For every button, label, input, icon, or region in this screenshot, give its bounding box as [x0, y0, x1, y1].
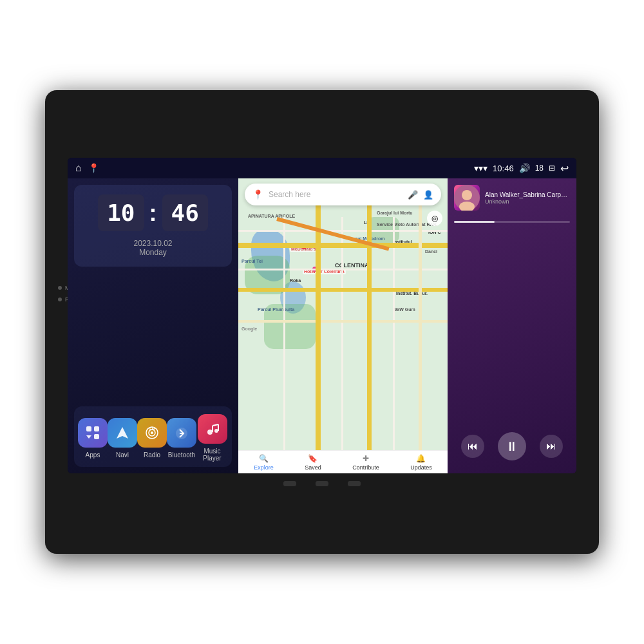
app-item-navi[interactable]: Navi: [108, 418, 137, 459]
apps-label: Apps: [86, 451, 100, 459]
svg-rect-3: [94, 434, 99, 439]
play-pause-button[interactable]: ⏸: [498, 432, 526, 460]
label-google: Google: [242, 327, 257, 331]
music-info: Alan Walker_Sabrina Carpenter_F... Unkno…: [485, 191, 570, 205]
svg-line-13: [213, 424, 218, 426]
back-icon[interactable]: ↩: [560, 162, 569, 175]
main-screen: ⌂ 📍 ▾▾▾ 10:46 🔊 18 ⊟ ↩ 10 :: [68, 158, 576, 473]
label-parcul-tei: Parcul Tei: [242, 259, 263, 263]
svg-point-7: [151, 431, 153, 434]
road-main-v1: [316, 204, 321, 450]
svg-rect-1: [94, 426, 99, 431]
saved-icon: 🔖: [308, 454, 317, 463]
explore-icon: 🔍: [259, 454, 269, 463]
bottom-btn-1[interactable]: [283, 481, 296, 486]
next-icon: ⏭: [546, 440, 556, 452]
voice-search-icon[interactable]: 🎤: [408, 190, 418, 200]
status-left: ⌂ 📍: [75, 162, 99, 174]
volume-icon: 🔊: [519, 163, 530, 173]
search-placeholder: Search here: [269, 190, 408, 199]
explore-label: Explore: [254, 464, 274, 471]
prev-button[interactable]: ⏮: [461, 435, 484, 458]
battery-icon: ⊟: [549, 164, 555, 173]
music-panel: Alan Walker_Sabrina Carpenter_F... Unkno…: [448, 178, 576, 473]
label-waw: WaW Gum: [393, 307, 415, 312]
main-content: 10 : 46 2023.10.02 Monday: [68, 178, 576, 473]
mic-led: [58, 286, 62, 290]
bottom-btn-2[interactable]: [316, 481, 328, 486]
svg-text:FM: FM: [149, 427, 155, 431]
music-icon: [198, 414, 227, 444]
maps-nav-icon[interactable]: 📍: [88, 163, 99, 173]
play-icon: ⏸: [506, 439, 518, 454]
music-label: Music Player: [196, 448, 228, 462]
clock-widget: 10 : 46 2023.10.02 Monday: [74, 185, 232, 267]
map-saved-tab[interactable]: 🔖 Saved: [305, 454, 321, 471]
label-parcul-plumbuita: Parcul Plumbuita: [258, 307, 294, 312]
battery-level: 18: [535, 164, 544, 173]
map-canvas: APINATURA APICOLE COLENTINA McDonald's H…: [238, 178, 448, 473]
svg-rect-0: [86, 426, 91, 431]
status-right: ▾▾▾ 10:46 🔊 18 ⊟ ↩: [474, 162, 569, 175]
progress-track: [454, 221, 570, 223]
music-header: Alan Walker_Sabrina Carpenter_F... Unkno…: [454, 185, 570, 211]
road-v3: [419, 204, 422, 450]
label-garajul: Garajul lui Mortu: [377, 211, 413, 215]
road-main-h1: [238, 243, 448, 248]
map-explore-tab[interactable]: 🔍 Explore: [254, 454, 274, 471]
clock-colon: :: [149, 200, 157, 227]
radio-label: Radio: [144, 451, 160, 459]
app-item-bluetooth[interactable]: Bluetooth: [167, 418, 196, 459]
navi-icon: [108, 418, 137, 448]
svg-point-16: [462, 190, 472, 200]
label-apinatura: APINATURA APICOLE: [248, 214, 295, 218]
app-item-radio[interactable]: FM Radio: [137, 418, 167, 459]
status-bar: ⌂ 📍 ▾▾▾ 10:46 🔊 18 ⊟ ↩: [68, 158, 576, 178]
day-text: Monday: [133, 248, 172, 257]
map-bottom-bar: 🔍 Explore 🔖 Saved ✚ Contribute 🔔 Updates: [238, 450, 448, 473]
home-icon[interactable]: ⌂: [75, 162, 82, 174]
clock-hour: 10: [98, 194, 144, 231]
album-art: [454, 185, 480, 211]
album-art-image: [454, 185, 480, 211]
bluetooth-label: Bluetooth: [168, 451, 195, 459]
wifi-icon: ▾▾▾: [474, 163, 488, 173]
map-compass[interactable]: ◎: [427, 211, 442, 226]
svg-marker-2: [86, 435, 91, 439]
label-roka: Roka: [290, 278, 301, 283]
rst-led: [58, 298, 62, 301]
map-search-bar[interactable]: 📍 Search here 🎤 👤: [245, 184, 441, 205]
car-unit: MIC RST ⌂ 📍 ▾▾▾ 10:46 🔊 18 ⊟ ↩: [45, 90, 599, 554]
road-minor-v3: [393, 217, 395, 450]
map-area[interactable]: APINATURA APICOLE COLENTINA McDonald's H…: [238, 178, 448, 473]
progress-area: [454, 218, 570, 225]
app-item-apps[interactable]: Apps: [78, 418, 108, 459]
label-institutul2: Institut. Bucur.: [396, 291, 428, 296]
contribute-icon: ✚: [363, 454, 369, 463]
date-info: 2023.10.02 Monday: [133, 239, 172, 257]
account-icon[interactable]: 👤: [423, 190, 433, 200]
search-action-icons: 🎤 👤: [408, 190, 433, 200]
updates-label: Updates: [410, 464, 432, 471]
road-h3: [238, 320, 448, 323]
left-panel: 10 : 46 2023.10.02 Monday: [68, 178, 238, 473]
prev-icon: ⏮: [468, 440, 478, 452]
date-text: 2023.10.02: [133, 239, 172, 248]
bluetooth-icon: [167, 418, 196, 448]
radio-icon: FM: [137, 418, 167, 448]
status-time: 10:46: [493, 164, 514, 173]
music-title: Alan Walker_Sabrina Carpenter_F...: [485, 191, 570, 198]
navi-label: Navi: [116, 451, 129, 459]
bottom-btn-3[interactable]: [348, 481, 361, 486]
contribute-label: Contribute: [352, 464, 379, 471]
updates-icon: 🔔: [416, 454, 426, 463]
next-button[interactable]: ⏭: [540, 435, 563, 458]
map-updates-tab[interactable]: 🔔 Updates: [410, 454, 432, 471]
map-contribute-tab[interactable]: ✚ Contribute: [352, 454, 379, 471]
svg-marker-4: [117, 427, 128, 439]
label-colentina: COLENTINA: [335, 262, 369, 269]
progress-fill: [454, 221, 495, 223]
apps-icon: [78, 418, 108, 448]
app-item-music[interactable]: Music Player: [196, 414, 228, 462]
saved-label: Saved: [305, 464, 321, 471]
